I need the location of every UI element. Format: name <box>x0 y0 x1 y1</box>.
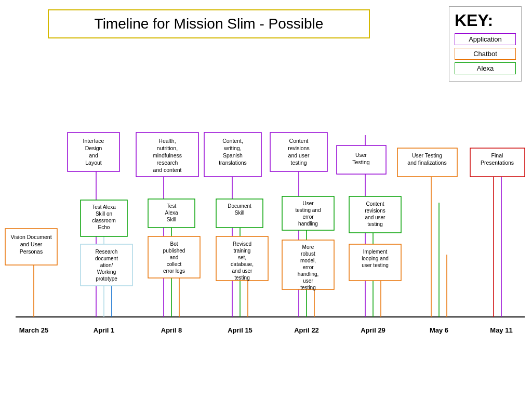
svg-text:Document: Document <box>228 203 251 209</box>
svg-text:nutrition,: nutrition, <box>157 145 178 151</box>
svg-text:Bot: Bot <box>170 241 178 247</box>
svg-text:and content: and content <box>153 167 182 173</box>
svg-text:user: user <box>303 278 313 284</box>
svg-text:and user: and user <box>288 152 310 158</box>
svg-text:User: User <box>355 152 367 158</box>
svg-text:handling: handling <box>298 221 318 227</box>
svg-text:error logs: error logs <box>163 268 185 274</box>
svg-text:April 15: April 15 <box>228 326 252 334</box>
svg-text:Content: Content <box>289 138 309 144</box>
svg-text:Health,: Health, <box>158 138 176 144</box>
svg-text:classroom: classroom <box>92 218 116 223</box>
svg-text:Presentations: Presentations <box>481 160 514 166</box>
timeline-svg: March 25 April 1 April 8 April 15 April … <box>0 68 532 369</box>
svg-text:Alexa: Alexa <box>165 210 178 216</box>
svg-text:Layout: Layout <box>85 160 102 166</box>
svg-text:training: training <box>234 248 251 254</box>
page: Timeline for Mission Slim - Possible KEY… <box>0 0 532 411</box>
svg-text:and: and <box>170 255 179 260</box>
svg-text:User Testing: User Testing <box>412 152 442 158</box>
page-title: Timeline for Mission Slim - Possible <box>95 16 324 32</box>
svg-text:Testing: Testing <box>352 159 369 165</box>
svg-text:document: document <box>95 256 118 261</box>
svg-text:testing: testing <box>367 221 382 227</box>
svg-text:and User: and User <box>20 241 43 247</box>
svg-text:handling,: handling, <box>298 271 319 277</box>
svg-text:Echo: Echo <box>98 224 110 230</box>
svg-text:looping and: looping and <box>362 256 389 261</box>
svg-text:Skill: Skill <box>235 210 244 216</box>
svg-text:testing: testing <box>300 285 315 290</box>
svg-text:published: published <box>163 248 185 254</box>
svg-text:Revised: Revised <box>233 241 251 247</box>
svg-text:April 8: April 8 <box>161 326 182 334</box>
svg-text:mindfulness: mindfulness <box>153 152 182 158</box>
svg-text:testing: testing <box>291 160 307 166</box>
svg-text:collect: collect <box>167 261 182 267</box>
svg-text:April 1: April 1 <box>94 326 114 334</box>
svg-text:testing: testing <box>234 275 249 281</box>
svg-text:Skill on: Skill on <box>96 211 112 217</box>
svg-text:Personas: Personas <box>20 248 43 255</box>
svg-text:Spanish: Spanish <box>223 152 243 158</box>
svg-text:error: error <box>302 264 314 270</box>
svg-text:prototype: prototype <box>96 276 117 282</box>
key-item-chatbot: Chatbot <box>455 48 516 60</box>
svg-text:ation/: ation/ <box>100 262 113 268</box>
svg-text:User: User <box>302 201 314 206</box>
svg-text:May 6: May 6 <box>430 326 448 334</box>
svg-text:More: More <box>302 244 314 250</box>
svg-text:Content: Content <box>366 201 384 207</box>
svg-text:Test: Test <box>167 203 177 209</box>
svg-text:and: and <box>89 152 98 158</box>
svg-text:Skill: Skill <box>167 217 176 222</box>
title-box: Timeline for Mission Slim - Possible <box>48 9 370 38</box>
svg-text:database,: database, <box>231 261 254 267</box>
svg-text:Vision Document: Vision Document <box>10 234 51 240</box>
svg-text:Interface: Interface <box>83 138 104 144</box>
svg-text:and finalizations: and finalizations <box>407 160 446 166</box>
svg-text:writing,: writing, <box>223 145 241 151</box>
svg-text:and user: and user <box>365 215 386 220</box>
svg-text:revisions: revisions <box>365 208 385 214</box>
svg-text:set,: set, <box>238 255 246 260</box>
svg-text:March 25: March 25 <box>19 326 48 334</box>
svg-text:April 29: April 29 <box>361 326 385 334</box>
svg-text:testing and: testing and <box>296 207 321 213</box>
svg-text:Final: Final <box>491 152 503 158</box>
svg-text:May 11: May 11 <box>490 326 512 334</box>
svg-text:Test Alexa: Test Alexa <box>92 204 116 210</box>
svg-text:April 22: April 22 <box>294 326 319 334</box>
svg-text:research: research <box>157 160 178 166</box>
svg-text:user testing: user testing <box>362 262 389 268</box>
svg-text:and user: and user <box>232 268 253 274</box>
svg-text:translations: translations <box>219 160 247 166</box>
svg-text:robust: robust <box>301 251 315 257</box>
svg-text:model,: model, <box>300 258 316 263</box>
svg-text:Implement: Implement <box>363 249 388 255</box>
svg-text:Research: Research <box>96 249 118 255</box>
svg-text:Design: Design <box>85 145 102 151</box>
svg-text:Content,: Content, <box>222 138 243 144</box>
key-title: KEY: <box>455 11 516 30</box>
key-item-application: Application <box>455 33 516 45</box>
svg-text:Working: Working <box>97 269 116 275</box>
svg-text:error: error <box>302 214 314 220</box>
svg-text:revisions: revisions <box>288 145 309 151</box>
